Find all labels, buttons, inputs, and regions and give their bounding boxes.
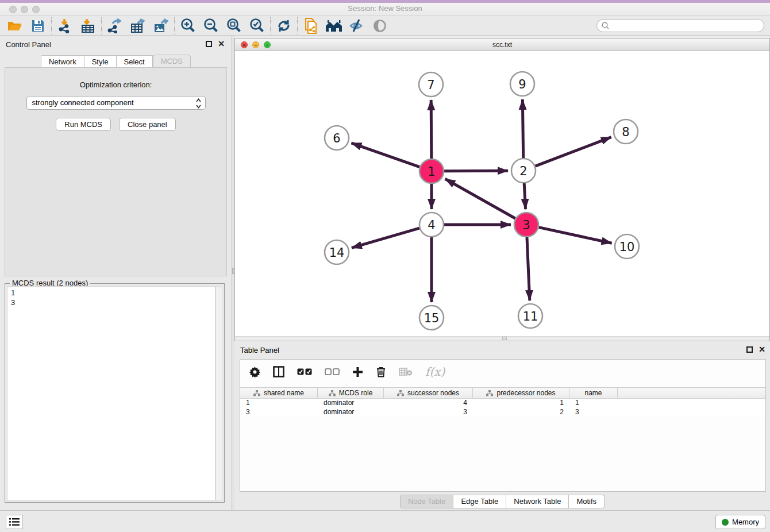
cell-name[interactable]: 3 xyxy=(569,408,618,417)
graph-edge-4-14[interactable] xyxy=(352,228,419,248)
mcds-result-line: 3 xyxy=(11,298,215,307)
show-column-icon[interactable] xyxy=(273,366,284,377)
graph-node-label-2: 2 xyxy=(519,164,527,178)
graph-edge-3-1[interactable] xyxy=(445,179,515,218)
run-mcds-button[interactable]: Run MCDS xyxy=(56,118,111,131)
close-table-panel-icon[interactable]: ✕ xyxy=(759,346,765,353)
apply-layout-icon[interactable] xyxy=(272,17,295,34)
toolbar-separator xyxy=(101,17,102,34)
cell-successor-nodes[interactable]: 4 xyxy=(384,399,473,408)
result-scrollbar[interactable] xyxy=(215,286,222,500)
search-icon xyxy=(601,21,610,30)
control-panel: Control Panel ✕ Network Style Select MCD… xyxy=(0,36,232,510)
cell-predecessor-nodes[interactable]: 2 xyxy=(473,408,569,417)
tab-node-table[interactable]: Node Table xyxy=(400,495,454,508)
show-all-icon[interactable] xyxy=(368,17,391,34)
cell-shared-name[interactable]: 3 xyxy=(240,408,318,417)
table-row[interactable]: 3 dominator 3 2 3 xyxy=(240,408,765,417)
close-panel-icon[interactable]: ✕ xyxy=(218,40,225,48)
column-header-shared-name[interactable]: shared name xyxy=(240,388,318,398)
column-header-predecessor-nodes[interactable]: predecessor nodes xyxy=(473,388,569,398)
tab-motifs[interactable]: Motifs xyxy=(569,495,605,508)
cell-predecessor-nodes[interactable]: 1 xyxy=(473,399,569,408)
control-panel-title: Control Panel xyxy=(6,40,51,49)
graph-edge-1-6[interactable] xyxy=(351,143,419,167)
graph-node-label-10: 10 xyxy=(619,240,635,254)
memory-button[interactable]: Memory xyxy=(715,515,765,529)
tab-network-table[interactable]: Network Table xyxy=(506,495,569,508)
hide-selected-icon[interactable] xyxy=(345,17,368,34)
graph-edge-3-11[interactable] xyxy=(527,237,530,300)
toolbar-separator xyxy=(270,17,271,34)
main-toolbar xyxy=(0,16,770,36)
toolbar-separator xyxy=(174,17,175,34)
memory-status-icon xyxy=(722,519,729,526)
optimization-criterion-label: Optimization criterion: xyxy=(5,80,226,89)
graph-edge-1-7[interactable] xyxy=(431,100,432,159)
mcds-result-group: MCDS result (2 nodes) 1 3 xyxy=(5,283,225,503)
column-header-name[interactable]: name xyxy=(569,388,618,398)
unselect-all-icon[interactable] xyxy=(325,368,340,376)
table-panel: Table Panel ✕ xyxy=(234,342,770,510)
table-toolbar: f(x) xyxy=(240,360,765,384)
list-icon xyxy=(9,518,20,526)
table-row[interactable]: 1 dominator 4 1 1 xyxy=(240,399,765,408)
mcds-result-textarea[interactable]: 1 3 xyxy=(7,286,215,500)
float-table-panel-icon[interactable] xyxy=(746,346,753,353)
add-row-icon[interactable] xyxy=(352,367,363,377)
cell-mcds-role[interactable]: dominator xyxy=(318,408,384,417)
network-view-window: ✕ − + scc.txt 7968124314101511 xyxy=(234,38,770,341)
cell-successor-nodes[interactable]: 3 xyxy=(384,408,473,417)
graph-edge-2-3[interactable] xyxy=(524,183,525,209)
delete-row-icon[interactable] xyxy=(376,366,386,377)
close-panel-button[interactable]: Close panel xyxy=(119,118,176,131)
save-icon[interactable] xyxy=(26,17,49,34)
graph-edge-3-10[interactable] xyxy=(538,228,611,244)
column-header-successor-nodes[interactable]: successor nodes xyxy=(384,388,473,398)
network-canvas[interactable]: 7968124314101511 xyxy=(235,51,769,337)
export-image-icon[interactable] xyxy=(149,17,172,34)
function-builder-icon[interactable]: f(x) xyxy=(425,365,445,379)
main-area: Control Panel ✕ Network Style Select MCD… xyxy=(0,36,770,510)
zoom-in-icon[interactable] xyxy=(176,17,199,34)
cell-name[interactable]: 1 xyxy=(569,399,618,408)
first-neighbors-icon[interactable] xyxy=(322,17,345,34)
import-table-icon[interactable] xyxy=(76,17,99,34)
network-graph[interactable]: 7968124314101511 xyxy=(235,51,769,337)
graph-edge-1-2[interactable] xyxy=(444,171,508,171)
task-history-button[interactable] xyxy=(6,515,23,529)
column-header-mcds-role[interactable]: MCDS role xyxy=(318,388,384,398)
zoom-fit-icon[interactable] xyxy=(222,17,245,34)
toolbar-separator xyxy=(51,17,52,34)
tab-edge-table[interactable]: Edge Table xyxy=(453,495,506,508)
tree-icon xyxy=(486,390,493,396)
status-bar: Memory xyxy=(0,510,770,532)
graph-edge-2-9[interactable] xyxy=(522,99,523,158)
new-network-from-selection-icon[interactable] xyxy=(299,17,322,34)
cell-mcds-role[interactable]: dominator xyxy=(318,399,384,408)
network-window-titlebar[interactable]: ✕ − + scc.txt xyxy=(235,38,769,51)
table-options-icon[interactable] xyxy=(249,367,260,377)
export-table-icon[interactable] xyxy=(126,17,149,34)
graph-node-label-8: 8 xyxy=(622,125,629,139)
tab-mcds[interactable]: MCDS xyxy=(153,55,191,68)
zoom-selected-icon[interactable] xyxy=(245,17,268,34)
criterion-dropdown[interactable]: strongly connected component xyxy=(26,96,206,110)
zoom-out-icon[interactable] xyxy=(199,17,222,34)
memory-label: Memory xyxy=(732,518,759,526)
graph-edge-2-8[interactable] xyxy=(536,137,611,167)
graph-node-label-3: 3 xyxy=(522,218,530,232)
import-network-icon[interactable] xyxy=(53,17,76,34)
float-panel-icon[interactable] xyxy=(206,41,212,47)
export-network-icon[interactable] xyxy=(103,17,126,34)
search-box[interactable] xyxy=(596,19,764,32)
delete-table-icon[interactable] xyxy=(399,367,413,376)
cell-shared-name[interactable]: 1 xyxy=(240,399,318,408)
window-title: Session: New Session xyxy=(0,4,770,13)
graph-node-label-7: 7 xyxy=(427,78,434,92)
titlebar-accent xyxy=(0,0,770,3)
open-folder-icon[interactable] xyxy=(3,17,26,34)
search-input[interactable] xyxy=(610,21,764,31)
select-all-icon[interactable] xyxy=(297,368,312,376)
horizontal-splitter-grip[interactable] xyxy=(502,337,507,340)
